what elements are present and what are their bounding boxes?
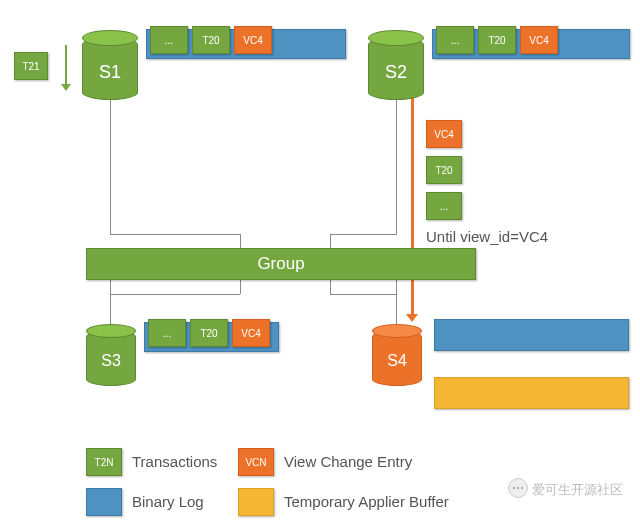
- connector: [110, 280, 111, 325]
- binlog-s3-dots: ...: [148, 319, 186, 347]
- binlog-s3-t20: T20: [190, 319, 228, 347]
- group-box: Group: [86, 248, 476, 280]
- binlog-s1-dots: ...: [150, 26, 188, 54]
- legend-vc-swatch: VCN: [238, 448, 274, 476]
- connector: [110, 234, 240, 235]
- binlog-s1-t20: T20: [192, 26, 230, 54]
- legend-transactions-label: Transactions: [132, 453, 217, 470]
- binlog-s2-t20: T20: [478, 26, 516, 54]
- watermark-text: 爱可生开源社区: [532, 481, 623, 499]
- server-s4: S4: [372, 324, 422, 386]
- connector: [330, 234, 397, 235]
- annotation-view-id: Until view_id=VC4: [426, 228, 548, 245]
- incoming-transaction: T21: [14, 52, 48, 80]
- arrow-t21: [65, 45, 67, 85]
- server-s1: S1: [82, 30, 138, 100]
- connector: [396, 99, 397, 234]
- connector: [110, 99, 111, 234]
- server-s2: S2: [368, 30, 424, 100]
- connector: [330, 294, 397, 295]
- server-s3: S3: [86, 324, 136, 386]
- queue-t20: T20: [426, 156, 462, 184]
- legend-binlog-swatch: [86, 488, 122, 516]
- queue-dots: ...: [426, 192, 462, 220]
- legend-tab-swatch: [238, 488, 274, 516]
- watermark-icon: ⋯: [508, 478, 528, 498]
- connector: [240, 280, 241, 294]
- binlog-s3-vc4: VC4: [232, 319, 270, 347]
- connector: [396, 280, 397, 325]
- connector: [330, 280, 331, 294]
- legend-tab-label: Temporary Applier Buffer: [284, 493, 449, 510]
- queue-vc4: VC4: [426, 120, 462, 148]
- connector: [330, 234, 331, 248]
- legend-transactions-swatch: T2N: [86, 448, 122, 476]
- legend-binlog-label: Binary Log: [132, 493, 204, 510]
- binlog-s4: [434, 319, 629, 351]
- diagram-canvas: T21 S1 ... T20 VC4 S2 ... T20 VC4 VC4 T2…: [0, 0, 640, 525]
- binlog-s2-vc4: VC4: [520, 26, 558, 54]
- connector: [110, 294, 240, 295]
- legend-vc-label: View Change Entry: [284, 453, 412, 470]
- arrow-s2-s4: [411, 97, 414, 315]
- tab-s4: [434, 377, 629, 409]
- binlog-s2-dots: ...: [436, 26, 474, 54]
- binlog-s1-vc4: VC4: [234, 26, 272, 54]
- connector: [240, 234, 241, 248]
